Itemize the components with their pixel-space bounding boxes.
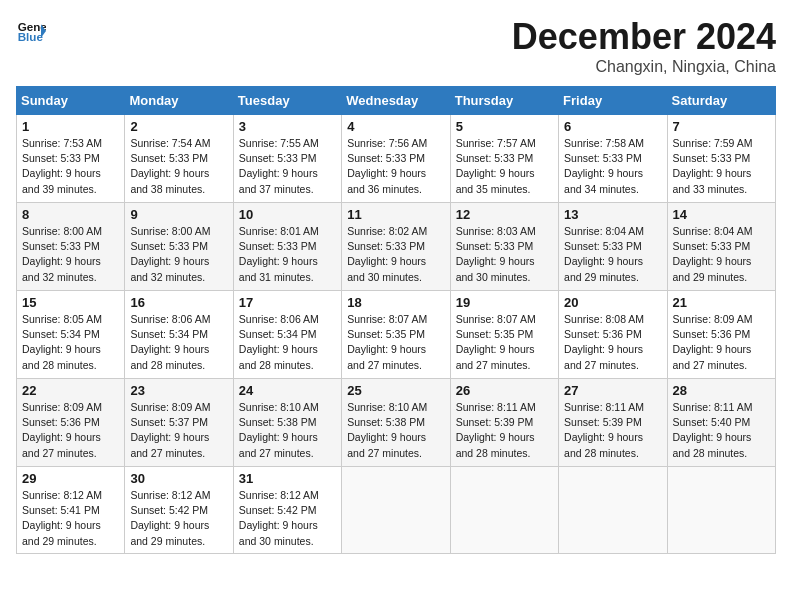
day-number: 9 <box>130 207 227 222</box>
calendar-cell: 17 Sunrise: 8:06 AMSunset: 5:34 PMDaylig… <box>233 291 341 379</box>
calendar-cell: 18 Sunrise: 8:07 AMSunset: 5:35 PMDaylig… <box>342 291 450 379</box>
calendar-cell: 30 Sunrise: 8:12 AMSunset: 5:42 PMDaylig… <box>125 467 233 554</box>
calendar-cell: 31 Sunrise: 8:12 AMSunset: 5:42 PMDaylig… <box>233 467 341 554</box>
page-header: General Blue December 2024 Changxin, Nin… <box>16 16 776 76</box>
calendar-cell: 29 Sunrise: 8:12 AMSunset: 5:41 PMDaylig… <box>17 467 125 554</box>
day-detail: Sunrise: 8:09 AMSunset: 5:37 PMDaylight:… <box>130 401 210 459</box>
calendar-cell: 20 Sunrise: 8:08 AMSunset: 5:36 PMDaylig… <box>559 291 667 379</box>
day-number: 22 <box>22 383 119 398</box>
calendar-week-row: 15 Sunrise: 8:05 AMSunset: 5:34 PMDaylig… <box>17 291 776 379</box>
calendar-week-row: 1 Sunrise: 7:53 AMSunset: 5:33 PMDayligh… <box>17 115 776 203</box>
calendar-cell: 26 Sunrise: 8:11 AMSunset: 5:39 PMDaylig… <box>450 379 558 467</box>
day-number: 17 <box>239 295 336 310</box>
day-number: 26 <box>456 383 553 398</box>
day-number: 6 <box>564 119 661 134</box>
day-number: 16 <box>130 295 227 310</box>
day-detail: Sunrise: 8:00 AMSunset: 5:33 PMDaylight:… <box>22 225 102 283</box>
day-detail: Sunrise: 7:56 AMSunset: 5:33 PMDaylight:… <box>347 137 427 195</box>
day-header-monday: Monday <box>125 87 233 115</box>
day-header-sunday: Sunday <box>17 87 125 115</box>
calendar-week-row: 8 Sunrise: 8:00 AMSunset: 5:33 PMDayligh… <box>17 203 776 291</box>
day-header-friday: Friday <box>559 87 667 115</box>
calendar-cell: 1 Sunrise: 7:53 AMSunset: 5:33 PMDayligh… <box>17 115 125 203</box>
calendar-week-row: 29 Sunrise: 8:12 AMSunset: 5:41 PMDaylig… <box>17 467 776 554</box>
day-detail: Sunrise: 8:09 AMSunset: 5:36 PMDaylight:… <box>673 313 753 371</box>
day-number: 2 <box>130 119 227 134</box>
day-detail: Sunrise: 8:03 AMSunset: 5:33 PMDaylight:… <box>456 225 536 283</box>
day-detail: Sunrise: 8:11 AMSunset: 5:39 PMDaylight:… <box>564 401 644 459</box>
day-number: 29 <box>22 471 119 486</box>
day-number: 23 <box>130 383 227 398</box>
calendar-cell: 11 Sunrise: 8:02 AMSunset: 5:33 PMDaylig… <box>342 203 450 291</box>
day-header-thursday: Thursday <box>450 87 558 115</box>
day-number: 20 <box>564 295 661 310</box>
day-detail: Sunrise: 8:09 AMSunset: 5:36 PMDaylight:… <box>22 401 102 459</box>
calendar-cell: 6 Sunrise: 7:58 AMSunset: 5:33 PMDayligh… <box>559 115 667 203</box>
day-detail: Sunrise: 7:59 AMSunset: 5:33 PMDaylight:… <box>673 137 753 195</box>
day-detail: Sunrise: 8:06 AMSunset: 5:34 PMDaylight:… <box>130 313 210 371</box>
day-number: 14 <box>673 207 770 222</box>
day-detail: Sunrise: 7:53 AMSunset: 5:33 PMDaylight:… <box>22 137 102 195</box>
day-detail: Sunrise: 7:54 AMSunset: 5:33 PMDaylight:… <box>130 137 210 195</box>
calendar-cell: 13 Sunrise: 8:04 AMSunset: 5:33 PMDaylig… <box>559 203 667 291</box>
month-title: December 2024 <box>512 16 776 58</box>
calendar-week-row: 22 Sunrise: 8:09 AMSunset: 5:36 PMDaylig… <box>17 379 776 467</box>
calendar-cell: 22 Sunrise: 8:09 AMSunset: 5:36 PMDaylig… <box>17 379 125 467</box>
day-detail: Sunrise: 8:01 AMSunset: 5:33 PMDaylight:… <box>239 225 319 283</box>
day-number: 30 <box>130 471 227 486</box>
calendar-cell: 12 Sunrise: 8:03 AMSunset: 5:33 PMDaylig… <box>450 203 558 291</box>
day-number: 28 <box>673 383 770 398</box>
day-detail: Sunrise: 8:10 AMSunset: 5:38 PMDaylight:… <box>347 401 427 459</box>
calendar-cell <box>667 467 775 554</box>
day-number: 18 <box>347 295 444 310</box>
day-number: 13 <box>564 207 661 222</box>
day-number: 15 <box>22 295 119 310</box>
day-number: 12 <box>456 207 553 222</box>
calendar-cell <box>342 467 450 554</box>
day-number: 19 <box>456 295 553 310</box>
day-number: 10 <box>239 207 336 222</box>
logo-icon: General Blue <box>16 16 46 46</box>
day-detail: Sunrise: 8:06 AMSunset: 5:34 PMDaylight:… <box>239 313 319 371</box>
day-number: 3 <box>239 119 336 134</box>
calendar-cell <box>450 467 558 554</box>
day-number: 5 <box>456 119 553 134</box>
day-number: 11 <box>347 207 444 222</box>
day-detail: Sunrise: 8:04 AMSunset: 5:33 PMDaylight:… <box>673 225 753 283</box>
day-detail: Sunrise: 8:07 AMSunset: 5:35 PMDaylight:… <box>347 313 427 371</box>
day-number: 27 <box>564 383 661 398</box>
calendar-cell: 4 Sunrise: 7:56 AMSunset: 5:33 PMDayligh… <box>342 115 450 203</box>
day-detail: Sunrise: 8:12 AMSunset: 5:42 PMDaylight:… <box>239 489 319 547</box>
calendar-cell: 3 Sunrise: 7:55 AMSunset: 5:33 PMDayligh… <box>233 115 341 203</box>
day-number: 8 <box>22 207 119 222</box>
day-detail: Sunrise: 8:08 AMSunset: 5:36 PMDaylight:… <box>564 313 644 371</box>
calendar-cell: 2 Sunrise: 7:54 AMSunset: 5:33 PMDayligh… <box>125 115 233 203</box>
location: Changxin, Ningxia, China <box>512 58 776 76</box>
day-detail: Sunrise: 8:11 AMSunset: 5:39 PMDaylight:… <box>456 401 536 459</box>
day-detail: Sunrise: 7:55 AMSunset: 5:33 PMDaylight:… <box>239 137 319 195</box>
day-header-tuesday: Tuesday <box>233 87 341 115</box>
day-header-saturday: Saturday <box>667 87 775 115</box>
day-number: 1 <box>22 119 119 134</box>
day-detail: Sunrise: 8:12 AMSunset: 5:41 PMDaylight:… <box>22 489 102 547</box>
day-detail: Sunrise: 8:05 AMSunset: 5:34 PMDaylight:… <box>22 313 102 371</box>
day-detail: Sunrise: 8:00 AMSunset: 5:33 PMDaylight:… <box>130 225 210 283</box>
title-block: December 2024 Changxin, Ningxia, China <box>512 16 776 76</box>
calendar-header-row: SundayMondayTuesdayWednesdayThursdayFrid… <box>17 87 776 115</box>
calendar-cell: 15 Sunrise: 8:05 AMSunset: 5:34 PMDaylig… <box>17 291 125 379</box>
day-detail: Sunrise: 8:02 AMSunset: 5:33 PMDaylight:… <box>347 225 427 283</box>
calendar-cell: 23 Sunrise: 8:09 AMSunset: 5:37 PMDaylig… <box>125 379 233 467</box>
calendar-cell <box>559 467 667 554</box>
calendar-cell: 10 Sunrise: 8:01 AMSunset: 5:33 PMDaylig… <box>233 203 341 291</box>
day-detail: Sunrise: 7:58 AMSunset: 5:33 PMDaylight:… <box>564 137 644 195</box>
calendar-cell: 24 Sunrise: 8:10 AMSunset: 5:38 PMDaylig… <box>233 379 341 467</box>
day-detail: Sunrise: 8:04 AMSunset: 5:33 PMDaylight:… <box>564 225 644 283</box>
calendar-cell: 7 Sunrise: 7:59 AMSunset: 5:33 PMDayligh… <box>667 115 775 203</box>
calendar-cell: 19 Sunrise: 8:07 AMSunset: 5:35 PMDaylig… <box>450 291 558 379</box>
calendar-cell: 25 Sunrise: 8:10 AMSunset: 5:38 PMDaylig… <box>342 379 450 467</box>
day-number: 4 <box>347 119 444 134</box>
day-detail: Sunrise: 8:07 AMSunset: 5:35 PMDaylight:… <box>456 313 536 371</box>
calendar-cell: 8 Sunrise: 8:00 AMSunset: 5:33 PMDayligh… <box>17 203 125 291</box>
logo: General Blue <box>16 16 46 46</box>
day-number: 25 <box>347 383 444 398</box>
